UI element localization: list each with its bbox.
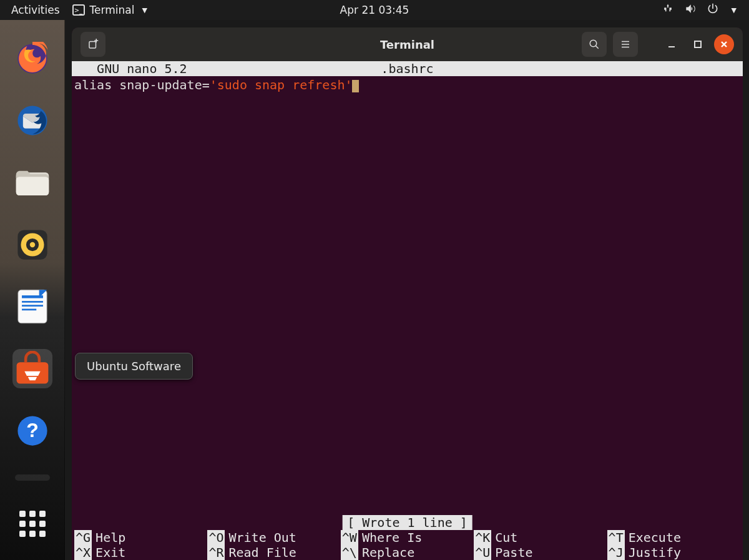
search-button[interactable]: [582, 32, 607, 57]
terminal-icon: >_: [72, 4, 85, 16]
dock-help[interactable]: ?: [12, 411, 52, 450]
svg-rect-16: [89, 42, 96, 49]
nano-status: [ Wrote 1 line ]: [342, 515, 472, 530]
maximize-button[interactable]: [688, 34, 708, 54]
activities-button[interactable]: Activities: [11, 4, 60, 16]
titlebar: Terminal: [72, 27, 743, 61]
svg-rect-3: [16, 177, 49, 196]
svg-line-20: [595, 46, 599, 49]
svg-point-7: [29, 242, 34, 247]
dock-thunderbird[interactable]: [12, 101, 52, 140]
shortcut-cut: ^K Cut: [474, 530, 607, 545]
cursor: [352, 80, 359, 92]
window-title: Terminal: [380, 38, 434, 51]
nano-filename: .bashrc: [381, 61, 433, 76]
shortcut-justify: ^J Justify: [607, 545, 740, 560]
shortcut-exit: ^X Exit: [74, 545, 207, 560]
svg-rect-25: [695, 41, 701, 47]
app-menu-label: Terminal: [90, 4, 135, 16]
svg-point-19: [590, 40, 597, 47]
terminal-window: Terminal GNU nano 5.2 .bashrc ali: [72, 27, 743, 560]
svg-rect-10: [22, 301, 43, 303]
dock-ubuntu-software[interactable]: [12, 349, 52, 388]
top-panel: Activities >_ Terminal ▼ Apr 21 03:45 ▼: [0, 0, 749, 20]
clock[interactable]: Apr 21 03:45: [340, 4, 409, 16]
svg-rect-12: [22, 309, 36, 311]
shortcut-writeout: ^O Write Out: [207, 530, 340, 545]
power-icon[interactable]: [707, 2, 719, 17]
apps-grid-icon: [19, 511, 46, 537]
volume-icon[interactable]: [684, 2, 697, 17]
network-icon[interactable]: [662, 2, 674, 17]
shortcut-replace: ^\ Replace: [341, 545, 474, 560]
nano-shortcuts: ^G Help ^X Exit ^O Write Out ^R Read Fil…: [72, 530, 743, 560]
menu-button[interactable]: [613, 32, 638, 57]
dock-files[interactable]: [12, 163, 52, 202]
show-applications-button[interactable]: [12, 504, 52, 544]
terminal-body[interactable]: GNU nano 5.2 .bashrc alias snap-update='…: [72, 61, 743, 560]
chevron-down-icon: ▼: [142, 6, 147, 14]
svg-text:?: ?: [26, 419, 39, 441]
dock-separator: [12, 473, 52, 482]
shortcut-execute: ^T Execute: [607, 530, 740, 545]
shortcut-paste: ^U Paste: [474, 545, 607, 560]
shortcut-readfile: ^R Read File: [207, 545, 340, 560]
editor-content[interactable]: alias snap-update='sudo snap refresh': [72, 76, 743, 92]
dock-rhythmbox[interactable]: [12, 225, 52, 264]
dock: ?: [0, 20, 65, 560]
dock-firefox[interactable]: [12, 39, 52, 78]
dock-writer[interactable]: [12, 287, 52, 327]
new-tab-button[interactable]: [81, 32, 105, 57]
nano-app-name: GNU nano 5.2: [82, 61, 187, 76]
minimize-button[interactable]: [662, 34, 682, 54]
app-menu[interactable]: >_ Terminal ▼: [72, 4, 147, 16]
shortcut-whereis: ^W Where Is: [341, 530, 474, 545]
close-button[interactable]: [714, 34, 734, 54]
chevron-down-icon[interactable]: ▼: [732, 6, 737, 14]
dock-tooltip: Ubuntu Software: [75, 353, 193, 380]
nano-titlebar: GNU nano 5.2 .bashrc: [72, 61, 743, 76]
svg-rect-11: [22, 305, 43, 307]
shortcut-help: ^G Help: [74, 530, 207, 545]
